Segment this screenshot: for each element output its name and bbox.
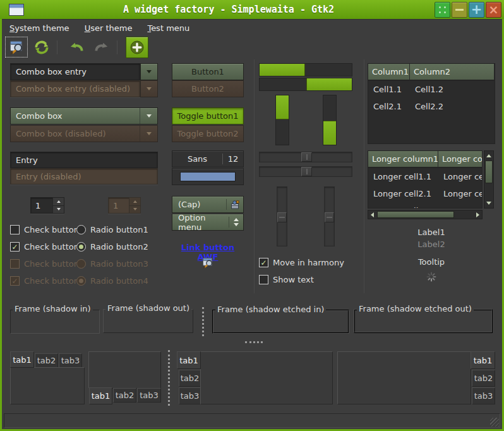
radio-icon[interactable]	[76, 225, 86, 234]
radio-button-3: Radio button3	[76, 259, 148, 269]
window-sticky-button[interactable]	[435, 2, 450, 18]
radio-icon[interactable]	[76, 242, 86, 252]
table-row[interactable]: Cell1.1 Cell1.2	[368, 81, 495, 98]
h-scale-2[interactable]	[259, 166, 352, 177]
slider-handle[interactable]	[277, 212, 287, 222]
menu-system-theme[interactable]: System theme	[2, 20, 77, 36]
scroll-right-icon[interactable]	[476, 212, 479, 217]
maximize-icon: +	[471, 3, 483, 16]
tab-3[interactable]: tab3	[472, 387, 495, 404]
tab-3[interactable]: tab3	[137, 388, 161, 403]
theme-tool-button[interactable]	[6, 37, 27, 57]
spin-up-icon[interactable]	[53, 198, 64, 205]
radio-button-1[interactable]: Radio button1	[76, 225, 148, 234]
combo-box-entry[interactable]: Combo box entry	[10, 63, 140, 80]
button1[interactable]: Button1	[172, 63, 244, 80]
tab-2[interactable]: tab2	[35, 353, 58, 368]
tab-1[interactable]: tab1	[471, 351, 495, 369]
v-scale-1[interactable]	[277, 186, 287, 246]
slider-handle[interactable]	[325, 212, 334, 222]
slider-handle[interactable]	[301, 152, 312, 162]
table-row[interactable]: Cell2.1 Cell2.2	[368, 98, 495, 115]
column-header[interactable]: Longer col	[438, 151, 482, 168]
column-header[interactable]: Column2	[410, 64, 495, 81]
table-row[interactable]: Longer cell3.1 Longer ce	[368, 202, 482, 209]
scrollbar-thumb[interactable]	[377, 211, 454, 218]
paned-handle[interactable]	[168, 350, 170, 406]
radio-icon	[76, 259, 86, 269]
scrollbar-thumb[interactable]	[485, 161, 493, 183]
spin-down-icon	[129, 205, 140, 214]
toggle-button2: Toggle button2	[172, 125, 244, 142]
checkbox-icon[interactable]	[259, 258, 268, 267]
menubar: System theme User theme Test menu	[2, 19, 502, 36]
checkbox-icon[interactable]	[10, 242, 20, 252]
undo-tool-button[interactable]	[66, 37, 87, 57]
font-button[interactable]: Sans 12	[172, 150, 244, 167]
tab-3[interactable]: tab3	[59, 353, 82, 368]
spin-button[interactable]: 1	[30, 197, 64, 214]
paned-handle[interactable]	[245, 341, 263, 343]
radio-button-2[interactable]: Radio button2	[76, 242, 148, 252]
v-scale-2[interactable]	[324, 186, 335, 246]
checkbox-icon	[10, 276, 20, 286]
menu-user-theme[interactable]: User theme	[77, 20, 140, 36]
toolbar	[2, 36, 502, 58]
chevron-down-icon	[140, 126, 157, 142]
resize-grip-icon[interactable]	[490, 418, 499, 427]
tab-2[interactable]: tab2	[179, 370, 201, 387]
table-row[interactable]: Longer cell2.1 Longer ce	[368, 185, 482, 202]
frame-shadow-in: Frame (shadow in)	[10, 310, 100, 334]
window-menu-icon[interactable]	[9, 4, 24, 16]
h-scale-1[interactable]	[259, 152, 352, 162]
combo-box[interactable]: Combo box	[10, 107, 158, 124]
minimize-button[interactable]	[452, 2, 467, 18]
vertical-scrollbar[interactable]	[484, 150, 494, 209]
tab-2[interactable]: tab2	[472, 370, 495, 387]
spin-down-icon[interactable]	[53, 205, 64, 214]
combo-box-entry-arrow[interactable]	[140, 63, 158, 80]
paned-separator[interactable]	[254, 59, 255, 293]
entry[interactable]: Entry	[10, 152, 158, 168]
move-in-harmony-check[interactable]: Move in harmony	[259, 258, 344, 267]
label1: Label1	[368, 228, 495, 237]
check-button-1[interactable]: Check button1	[10, 225, 84, 234]
add-tool-button[interactable]	[126, 37, 148, 58]
horizontal-scrollbar[interactable]	[368, 210, 483, 219]
close-button[interactable]: ×	[486, 2, 501, 18]
treeview-2[interactable]: Longer column1 Longer col Longer cell1.1…	[368, 150, 483, 209]
checkbox-icon[interactable]	[10, 225, 20, 234]
slider-handle[interactable]	[301, 167, 312, 176]
check-button-2[interactable]: Check button2	[10, 242, 84, 252]
tab-2[interactable]: tab2	[113, 388, 136, 403]
show-text-check[interactable]: Show text	[259, 275, 314, 284]
scroll-left-icon[interactable]	[371, 212, 374, 217]
column-header[interactable]: Column1	[368, 64, 410, 81]
paned-handle[interactable]	[202, 307, 204, 336]
column-header[interactable]: Longer column1	[368, 151, 438, 168]
refresh-tool-button[interactable]	[31, 37, 52, 57]
toolbar-separator	[57, 40, 57, 54]
tab-1[interactable]: tab1	[89, 387, 112, 404]
treeview-1[interactable]: Column1 Column2 Cell1.1 Cell1.2 Cell2.1 …	[368, 63, 495, 144]
cap-button[interactable]: (Cap)	[172, 196, 244, 213]
paned-separator[interactable]	[364, 59, 364, 293]
scroll-up-icon[interactable]	[486, 154, 491, 157]
maximize-button[interactable]: +	[469, 2, 484, 18]
menu-test-menu[interactable]: Test menu	[140, 20, 197, 36]
toggle-button1[interactable]: Toggle button1	[172, 107, 244, 124]
redo-tool-button[interactable]	[91, 37, 112, 57]
minimize-icon	[455, 9, 464, 11]
option-menu[interactable]: Option menu	[172, 214, 244, 231]
tab-3[interactable]: tab3	[179, 387, 201, 404]
spin-button-disabled: 1	[108, 197, 141, 214]
color-button[interactable]	[172, 168, 244, 185]
progress-bar-vertical-top	[275, 95, 289, 145]
window-controls: + ×	[433, 2, 501, 18]
updown-arrows-icon	[229, 218, 243, 226]
table-row[interactable]: Longer cell1.1 Longer ce	[368, 168, 482, 185]
tab-1[interactable]: tab1	[10, 351, 34, 368]
checkbox-icon[interactable]	[259, 275, 268, 284]
tab-1[interactable]: tab1	[177, 351, 201, 369]
scroll-down-icon[interactable]	[486, 202, 491, 205]
